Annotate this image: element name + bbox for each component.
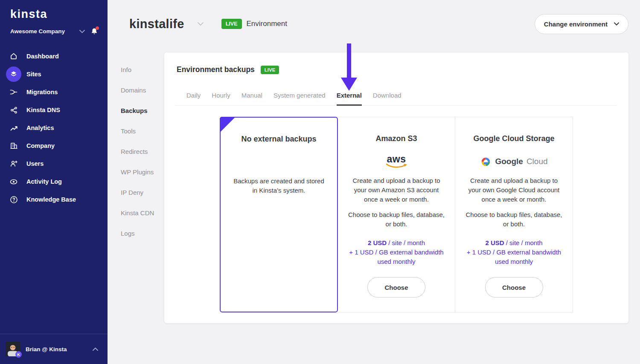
subnav-item-tools[interactable]: Tools (121, 121, 164, 142)
subnav-item-backups[interactable]: Backups (121, 101, 164, 121)
company-selector[interactable]: Awesome Company (10, 27, 98, 35)
sidebar-item-dashboard[interactable]: Dashboard (0, 47, 108, 65)
sidebar-item-label: Kinsta DNS (26, 107, 60, 113)
tab-system-generated[interactable]: System generated (273, 91, 326, 105)
migrations-icon (6, 84, 21, 100)
company-building-icon (6, 138, 21, 153)
sidebar-item-users[interactable]: Users (0, 155, 108, 173)
cloud-wordmark: Cloud (527, 157, 548, 166)
plan-amazon-s3[interactable]: Amazon S3 aws Create and upload a backup… (338, 117, 455, 313)
sidebar-item-label: Company (26, 142, 55, 149)
google-wordmark: Google (495, 157, 523, 166)
sidebar: kinsta Awesome Company Dashboard Sites (0, 0, 108, 364)
user-name: Brian @ Kinsta (26, 346, 93, 352)
chevron-down-icon (614, 22, 619, 26)
site-name: kinstalife (129, 17, 184, 31)
tab-hourly[interactable]: Hourly (212, 91, 230, 105)
subnav-item-logs[interactable]: Logs (121, 223, 164, 244)
panel-title: Environment backups (177, 65, 255, 74)
plan-description: Create and upload a backup to your own A… (348, 176, 445, 204)
kinsta-logo: kinsta (10, 8, 108, 21)
environment-header: kinstalife LIVE Environment Change envir… (108, 0, 640, 34)
aws-wordmark: aws (387, 155, 406, 163)
choose-amazon-s3-button[interactable]: Choose (367, 277, 425, 298)
tab-external-label: External (337, 92, 362, 99)
plan-description-2: Choose to backup files, database, or bot… (348, 210, 445, 229)
sites-layers-icon (6, 66, 21, 82)
sidebar-item-label: Users (26, 160, 44, 167)
price-amount: 2 USD (485, 239, 504, 246)
main-content: kinstalife LIVE Environment Change envir… (108, 0, 640, 364)
kinsta-staff-badge: K (15, 351, 22, 358)
price-unit: / site / month (504, 239, 543, 246)
external-backup-plans: No external backups Backups are created … (164, 117, 628, 312)
environment-label: Environment (247, 20, 287, 28)
sidebar-item-label: Activity Log (26, 178, 62, 185)
price-extra: + 1 USD / GB external bandwidth used mon… (349, 248, 443, 265)
unread-dot (96, 26, 99, 30)
backups-panel: Environment backups LIVE Daily Hourly Ma… (164, 52, 628, 323)
choose-google-cloud-button[interactable]: Choose (485, 277, 543, 298)
tab-manual[interactable]: Manual (241, 91, 262, 105)
subnav-item-kinsta-cdn[interactable]: Kinsta CDN (121, 203, 164, 223)
change-environment-label: Change environment (544, 20, 608, 28)
sidebar-item-label: Analytics (26, 124, 54, 131)
site-chevron-down-icon[interactable] (198, 22, 204, 26)
analytics-trend-icon (6, 120, 21, 136)
notifications-bell-icon[interactable] (90, 27, 98, 35)
aws-smile-icon (385, 163, 407, 169)
plan-description-2: Choose to backup files, database, or bot… (465, 210, 563, 229)
sidebar-item-kinsta-dns[interactable]: Kinsta DNS (0, 101, 108, 119)
activity-eye-icon (6, 174, 21, 189)
dns-network-icon (6, 102, 21, 118)
sidebar-item-knowledge-base[interactable]: Knowledge Base (0, 191, 108, 208)
plan-title: No external backups (230, 135, 327, 144)
plan-no-external-backups[interactable]: No external backups Backups are created … (220, 117, 338, 312)
site-subnav: Info Domains Backups Tools Redirects WP … (121, 52, 164, 244)
change-environment-button[interactable]: Change environment (535, 14, 628, 34)
sidebar-item-analytics[interactable]: Analytics (0, 119, 108, 137)
subnav-item-redirects[interactable]: Redirects (121, 142, 164, 162)
selected-corner (220, 117, 236, 133)
sidebar-item-company[interactable]: Company (0, 137, 108, 155)
price-extra: + 1 USD / GB external bandwidth used mon… (467, 248, 561, 265)
subnav-item-domains[interactable]: Domains (121, 80, 164, 101)
plan-description: Backups are created and stored in Kinsta… (230, 176, 327, 195)
tab-daily[interactable]: Daily (186, 91, 201, 105)
plan-title: Amazon S3 (348, 134, 445, 143)
backup-tabs: Daily Hourly Manual System generated Ext… (186, 91, 617, 105)
price-unit: / site / month (387, 239, 425, 246)
subnav-item-info[interactable]: Info (121, 60, 164, 80)
knowledge-question-icon (6, 192, 21, 207)
plan-price: 2 USD / site / month + 1 USD / GB extern… (348, 238, 445, 266)
sidebar-item-activity-log[interactable]: Activity Log (0, 173, 108, 191)
tab-download[interactable]: Download (373, 91, 401, 105)
google-cloud-logo: Google Cloud (465, 150, 563, 173)
sidebar-item-label: Sites (26, 71, 41, 78)
check-icon (223, 101, 227, 105)
sidebar-item-label: Migrations (26, 89, 58, 95)
sidebar-item-label: Knowledge Base (26, 196, 76, 203)
chevron-up-icon (93, 347, 98, 351)
users-add-icon (6, 156, 21, 171)
subnav-item-ip-deny[interactable]: IP Deny (121, 182, 164, 203)
google-cloud-icon (480, 156, 492, 168)
plan-google-cloud-storage[interactable]: Google Cloud Storage Google Cloud Create… (455, 117, 573, 313)
mykinsta-app: { "colors": { "brand_purple": "#5333ED",… (0, 0, 640, 364)
user-menu[interactable]: K Brian @ Kinsta (0, 334, 108, 364)
sidebar-nav: Dashboard Sites Migrations Kinsta DNS An… (0, 47, 108, 208)
plan-logo-empty (230, 150, 327, 174)
plan-title: Google Cloud Storage (465, 134, 563, 143)
sidebar-item-sites[interactable]: Sites (0, 65, 108, 83)
subnav-item-wp-plugins[interactable]: WP Plugins (121, 162, 164, 182)
live-environment-badge: LIVE (221, 19, 242, 29)
plan-description: Create and upload a backup to your own G… (465, 176, 563, 204)
aws-logo: aws (348, 150, 445, 173)
price-amount: 2 USD (368, 239, 387, 246)
sidebar-item-migrations[interactable]: Migrations (0, 83, 108, 101)
plan-price: 2 USD / site / month + 1 USD / GB extern… (465, 238, 563, 266)
tab-external[interactable]: External (337, 91, 362, 106)
home-icon (6, 49, 21, 64)
chevron-down-icon (79, 30, 85, 33)
company-name: Awesome Company (10, 28, 65, 35)
